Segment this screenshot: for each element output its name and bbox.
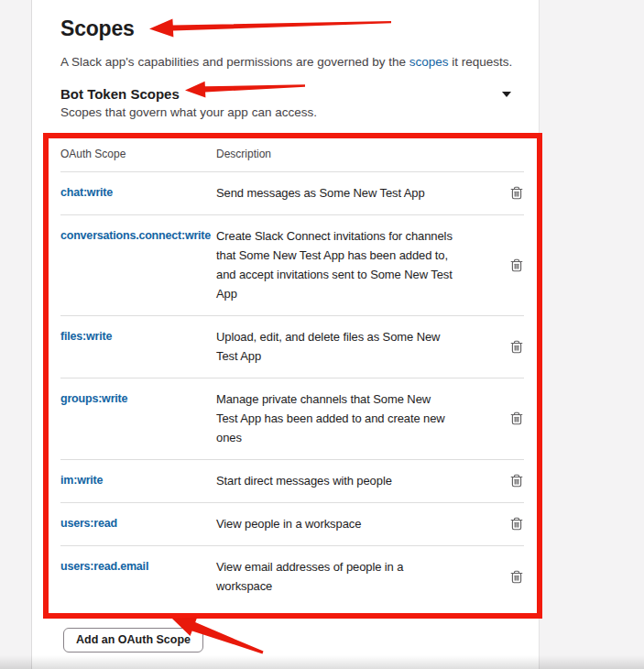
intro-post: it requests. [449, 55, 513, 69]
column-header-oauth-scope: OAuth Scope [60, 148, 216, 160]
scope-link[interactable]: im:write [60, 471, 216, 490]
table-row: groups:write Manage private channels tha… [60, 378, 524, 459]
add-oauth-scope-button[interactable]: Add an OAuth Scope [63, 628, 203, 653]
scope-description: Upload, edit, and delete files as Some N… [216, 327, 454, 366]
trash-icon [509, 411, 524, 426]
page-title: Scopes [60, 16, 517, 41]
scope-link[interactable]: conversations.connect:write [60, 226, 216, 246]
scope-link[interactable]: users:read [60, 514, 216, 533]
delete-scope-button[interactable] [509, 339, 524, 355]
delete-scope-button[interactable] [509, 516, 524, 532]
delete-scope-button[interactable] [509, 569, 524, 585]
scopes-link[interactable]: scopes [409, 55, 449, 69]
trash-icon [509, 516, 524, 532]
bot-token-scopes-header: Bot Token Scopes [60, 86, 517, 102]
scope-description: View people in a workspace [216, 514, 454, 533]
intro-pre: A Slack app's capabilities and permissio… [60, 55, 409, 69]
scope-link[interactable]: chat:write [60, 183, 216, 203]
trash-icon [509, 258, 524, 273]
scope-description: Manage private channels that Some New Te… [216, 389, 454, 447]
trash-icon [509, 569, 524, 585]
annotation-highlight-box: OAuth Scope Description chat:write Send … [43, 133, 542, 619]
table-row: files:write Upload, edit, and delete fil… [60, 315, 524, 378]
column-header-description: Description [216, 148, 454, 160]
delete-scope-button[interactable] [509, 185, 524, 201]
table-row: users:read View people in a workspace [60, 502, 524, 545]
table-row: im:write Start direct messages with peop… [60, 459, 524, 502]
scope-description: Start direct messages with people [216, 471, 454, 490]
table-header-row: OAuth Scope Description [60, 138, 524, 171]
delete-scope-button[interactable] [509, 411, 524, 426]
scope-link[interactable]: files:write [60, 327, 216, 346]
delete-scope-button[interactable] [509, 473, 524, 488]
table-row: chat:write Send messages as Some New Tes… [60, 171, 524, 214]
caret-down-icon[interactable] [502, 92, 511, 97]
table-row: conversations.connect:write Create Slack… [60, 214, 524, 315]
intro-text: A Slack app's capabilities and permissio… [60, 53, 517, 71]
scope-link[interactable]: groups:write [60, 389, 216, 409]
section-title: Bot Token Scopes [60, 86, 180, 102]
section-subtitle: Scopes that govern what your app can acc… [60, 104, 517, 121]
settings-panel: Scopes A Slack app's capabilities and pe… [31, 0, 540, 669]
table-row: users:read.email View email addresses of… [60, 545, 524, 608]
trash-icon [509, 473, 524, 488]
scope-description: Create Slack Connect invitations for cha… [216, 226, 454, 303]
scope-link[interactable]: users:read.email [60, 557, 216, 576]
scope-description: View email addresses of people in a work… [216, 557, 454, 596]
delete-scope-button[interactable] [509, 258, 524, 273]
trash-icon [509, 185, 524, 201]
trash-icon [509, 339, 524, 355]
scope-description: Send messages as Some New Test App [216, 183, 454, 203]
